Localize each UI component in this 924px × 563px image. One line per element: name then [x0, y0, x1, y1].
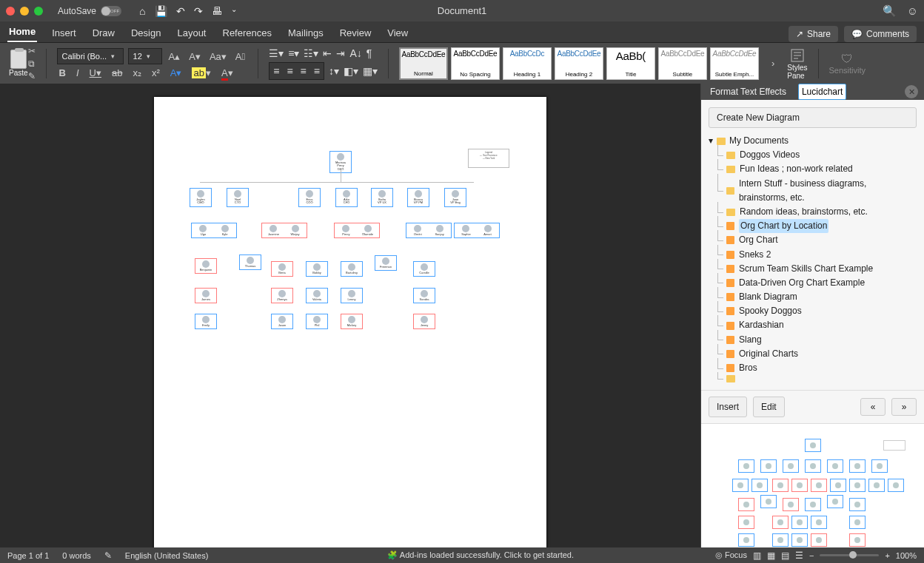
underline-button[interactable]: U▾	[87, 67, 104, 78]
style-normal[interactable]: AaBbCcDdEeNormal	[399, 47, 448, 80]
copy-icon[interactable]: ⧉	[28, 58, 36, 69]
document-canvas[interactable]: Legend▭ San Francisco▭ New York Marissa …	[0, 84, 700, 547]
style-no-spacing[interactable]: AaBbCcDdEeNo Spacing	[451, 47, 500, 80]
tab-design[interactable]: Design	[130, 23, 162, 42]
tab-home[interactable]: Home	[7, 21, 37, 42]
undo-icon[interactable]: ↶	[176, 5, 185, 17]
tree-item-more[interactable]	[709, 375, 917, 382]
org-chart-diagram[interactable]: Legend▭ San Francisco▭ New York Marissa …	[154, 97, 546, 547]
tree-item[interactable]: Data-Driven Org Chart Example	[709, 276, 917, 290]
window-minimize[interactable]	[20, 7, 29, 16]
align-right-button[interactable]: ≡	[297, 63, 310, 79]
styles-pane-button[interactable]: Styles Pane	[787, 47, 807, 80]
tree-item[interactable]: Slang	[709, 333, 917, 347]
zoom-slider[interactable]	[820, 554, 879, 556]
print-icon[interactable]: 🖶	[212, 5, 222, 17]
paste-button[interactable]: Paste	[9, 50, 28, 77]
panel-close-icon[interactable]: ✕	[905, 85, 918, 98]
tab-draw[interactable]: Draw	[91, 23, 116, 42]
view-read-icon[interactable]: ▥	[753, 550, 761, 561]
view-outline-icon[interactable]: ☰	[795, 550, 803, 561]
account-icon[interactable]: ☺	[907, 4, 918, 18]
tree-item[interactable]: Org Chart	[709, 233, 917, 247]
tree-item[interactable]: Scrum Team Skills Chart Example	[709, 262, 917, 276]
prev-page-button[interactable]: «	[860, 398, 886, 416]
justify-button[interactable]: ≡	[310, 63, 324, 79]
window-zoom[interactable]	[34, 7, 43, 16]
font-size-select[interactable]: 12▾	[128, 48, 162, 64]
window-close[interactable]	[6, 7, 15, 16]
tree-root[interactable]: ▾ My Documents	[709, 134, 917, 148]
subscript-button[interactable]: x₂	[130, 67, 144, 78]
italic-button[interactable]: I	[74, 67, 81, 78]
align-left-button[interactable]: ≡	[270, 63, 283, 79]
style-title[interactable]: AaBb(Title	[606, 47, 655, 80]
insert-button[interactable]: Insert	[709, 397, 747, 417]
redo-icon[interactable]: ↷	[194, 5, 203, 17]
tree-item[interactable]: Intern Stuff - business diagrams, brains…	[709, 177, 917, 205]
tree-item[interactable]: Original Charts	[709, 347, 917, 361]
spellcheck-icon[interactable]: ✎	[104, 550, 112, 561]
style-heading-2[interactable]: AaBbCcDdEeHeading 2	[555, 47, 603, 80]
style-subtitle[interactable]: AaBbCcDdEeSubtitle	[658, 47, 707, 80]
text-effects-button[interactable]: A▾	[168, 67, 184, 78]
tree-item[interactable]: Blank Diagram	[709, 290, 917, 304]
tree-item[interactable]: Fun Ideas ; non-work related	[709, 162, 917, 176]
tree-item[interactable]: Bros	[709, 361, 917, 375]
comments-button[interactable]: 💬 Comments	[844, 26, 917, 42]
bullets-button[interactable]: ☰▾	[269, 47, 284, 59]
view-print-icon[interactable]: ▦	[767, 550, 775, 561]
status-addins[interactable]: 🧩 Add-ins loaded successfully. Click to …	[387, 550, 574, 560]
panel-tab-lucidchart[interactable]: Lucidchart	[798, 84, 846, 100]
font-name-select[interactable]: Calibri (Bo...▾	[57, 48, 124, 64]
status-words[interactable]: 0 words	[62, 551, 91, 560]
zoom-in-button[interactable]: +	[885, 551, 889, 560]
strike-button[interactable]: ab	[110, 67, 124, 78]
sort-button[interactable]: A↓	[349, 47, 361, 59]
focus-mode-button[interactable]: ◎ Focus	[715, 550, 747, 560]
tree-item[interactable]: Spooky Doggos	[709, 304, 917, 318]
bold-button[interactable]: B	[57, 67, 68, 78]
tree-item[interactable]: Org Chart by Location	[709, 219, 917, 233]
zoom-level[interactable]: 100%	[896, 551, 917, 560]
tree-item[interactable]: Random ideas, brainstorms, etc.	[709, 205, 917, 219]
qat-dropdown-icon[interactable]: ⌄	[231, 5, 237, 17]
share-button[interactable]: ↗ Share	[789, 26, 838, 42]
tab-review[interactable]: Review	[338, 23, 373, 42]
save-icon[interactable]: 💾	[155, 5, 167, 17]
create-diagram-button[interactable]: Create New Diagram	[709, 107, 917, 128]
font-color-button[interactable]: A▾	[219, 67, 235, 78]
next-page-button[interactable]: »	[891, 398, 917, 416]
tab-mailings[interactable]: Mailings	[287, 23, 325, 42]
multilevel-button[interactable]: ☷▾	[304, 47, 318, 59]
search-icon[interactable]: 🔍	[883, 4, 897, 18]
superscript-button[interactable]: x²	[150, 67, 162, 78]
tab-insert[interactable]: Insert	[50, 23, 78, 42]
panel-tab-format[interactable]: Format Text Effects	[707, 84, 789, 99]
edit-button[interactable]: Edit	[753, 397, 785, 417]
dec-indent-button[interactable]: ⇤	[323, 47, 332, 59]
autosave-toggle[interactable]: OFF	[101, 6, 121, 16]
line-spacing-button[interactable]: ↕▾	[329, 65, 339, 77]
home-icon[interactable]: ⌂	[139, 5, 145, 17]
inc-indent-button[interactable]: ⇥	[336, 47, 345, 59]
style-heading-1[interactable]: AaBbCcDcHeading 1	[503, 47, 552, 80]
format-painter-icon[interactable]: ✎	[28, 71, 36, 81]
tab-layout[interactable]: Layout	[175, 23, 207, 42]
grow-font-icon[interactable]: A▴	[167, 51, 183, 62]
align-center-button[interactable]: ≡	[283, 63, 296, 79]
clear-format-icon[interactable]: A⃠	[233, 51, 247, 62]
status-page[interactable]: Page 1 of 1	[7, 551, 49, 560]
shading-button[interactable]: ◧▾	[344, 65, 358, 77]
borders-button[interactable]: ▦▾	[363, 65, 378, 77]
tree-item[interactable]: Doggos Videos	[709, 148, 917, 162]
cut-icon[interactable]: ✂	[28, 46, 36, 56]
numbering-button[interactable]: ≡▾	[288, 47, 299, 59]
shrink-font-icon[interactable]: A▾	[187, 51, 203, 62]
tab-view[interactable]: View	[386, 23, 409, 42]
highlight-button[interactable]: ab▾	[190, 67, 212, 78]
styles-more-icon[interactable]: ›	[769, 58, 777, 69]
view-web-icon[interactable]: ▤	[781, 550, 789, 561]
style-subtle-emph-[interactable]: AaBbCcDdEeSubtle Emph...	[710, 47, 759, 80]
styles-gallery[interactable]: AaBbCcDdEeNormalAaBbCcDdEeNo SpacingAaBb…	[399, 47, 759, 80]
